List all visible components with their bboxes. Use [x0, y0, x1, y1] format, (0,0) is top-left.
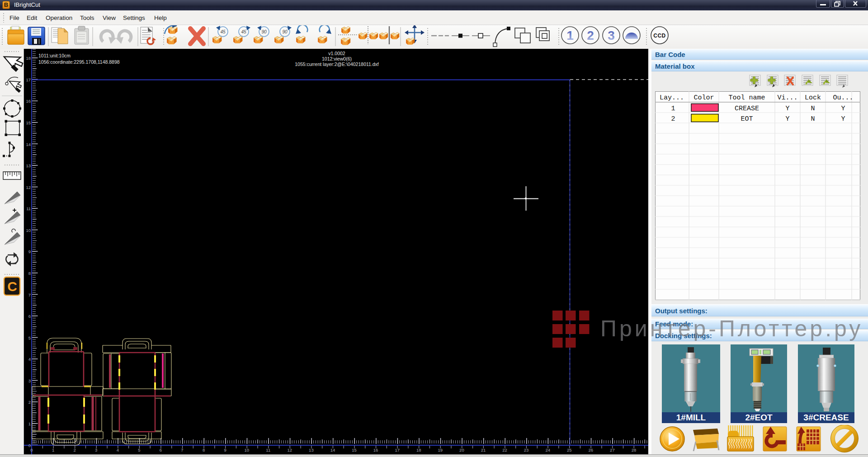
svg-text:18: 18: [416, 448, 421, 452]
svg-text:8: 8: [28, 271, 31, 276]
svg-text:2: 2: [73, 448, 75, 452]
svg-text:Y: Y: [841, 115, 845, 123]
svg-text:4: 4: [117, 448, 119, 452]
svg-text:10: 10: [26, 228, 31, 233]
svg-text:16: 16: [26, 99, 31, 104]
svg-text:23: 23: [524, 448, 529, 452]
svg-text:24: 24: [545, 448, 550, 452]
svg-text:2: 2: [671, 115, 675, 123]
svg-text:1: 1: [52, 448, 54, 452]
svg-text:Ou...: Ou...: [833, 94, 853, 102]
svg-text:21: 21: [481, 448, 486, 452]
svg-text:9: 9: [28, 249, 31, 254]
svg-text:CCD: CCD: [653, 33, 666, 39]
svg-text:17: 17: [26, 77, 31, 82]
svg-text:Lay...: Lay...: [660, 94, 684, 102]
svg-text:20: 20: [459, 448, 464, 452]
svg-text:15: 15: [352, 448, 357, 452]
svg-text:1055:current layer:2@E:\040218: 1055:current layer:2@E:\040218011.dxf: [295, 61, 379, 67]
svg-text:N: N: [811, 105, 815, 113]
svg-text:Tool name: Tool name: [728, 94, 765, 102]
svg-text:28: 28: [632, 448, 637, 452]
svg-text:1011:unit:10cm: 1011:unit:10cm: [38, 53, 71, 58]
svg-text:3: 3: [608, 28, 615, 42]
svg-text:Y: Y: [785, 105, 789, 113]
svg-text:5: 5: [28, 335, 31, 340]
svg-text:Y: Y: [841, 105, 845, 113]
svg-text:17: 17: [395, 448, 400, 452]
svg-text:9: 9: [224, 448, 226, 452]
svg-text:3: 3: [28, 378, 31, 383]
svg-text:10: 10: [244, 448, 249, 452]
svg-text:1: 1: [566, 28, 574, 42]
svg-text:1056:coordinate:2295.1708,1148: 1056:coordinate:2295.1708,1148.8898: [38, 59, 120, 65]
svg-text:5: 5: [138, 448, 140, 452]
svg-text:11: 11: [266, 448, 270, 452]
svg-text:v1.0002: v1.0002: [328, 51, 345, 56]
svg-text:C: C: [7, 279, 17, 294]
svg-text:8: 8: [203, 448, 205, 452]
svg-text:90: 90: [261, 29, 267, 34]
svg-text:2: 2: [587, 28, 594, 42]
svg-text:15: 15: [26, 120, 31, 125]
svg-text:13: 13: [309, 448, 314, 452]
svg-text:90: 90: [282, 29, 288, 34]
svg-text:2: 2: [28, 400, 31, 405]
svg-text:CREASE: CREASE: [735, 105, 759, 113]
svg-text:Vi...: Vi...: [777, 94, 797, 102]
svg-text:26: 26: [589, 448, 594, 452]
svg-text:4: 4: [28, 357, 31, 362]
svg-text:16: 16: [373, 448, 378, 452]
svg-text:1: 1: [28, 421, 31, 426]
svg-text:27: 27: [610, 448, 615, 452]
svg-text:13: 13: [26, 163, 31, 168]
svg-text:22: 22: [502, 448, 507, 452]
svg-text:EOT: EOT: [741, 115, 753, 123]
svg-text:19: 19: [438, 448, 443, 452]
svg-text:7: 7: [181, 448, 183, 452]
svg-text:45: 45: [220, 29, 226, 34]
svg-text:Y: Y: [785, 115, 789, 123]
svg-text:N: N: [811, 115, 815, 123]
svg-text:6: 6: [160, 448, 162, 452]
svg-text:25: 25: [567, 448, 572, 452]
svg-text:12: 12: [288, 448, 292, 452]
svg-text:0: 0: [30, 448, 33, 452]
svg-text:1012:view0(6): 1012:view0(6): [322, 56, 352, 61]
svg-text:Color: Color: [693, 94, 714, 102]
svg-text:14: 14: [330, 448, 335, 452]
svg-text:0: 0: [28, 443, 31, 448]
svg-text:45: 45: [241, 29, 246, 34]
svg-text:Lock: Lock: [805, 94, 821, 102]
svg-text:6: 6: [28, 314, 31, 319]
svg-text:3: 3: [95, 448, 97, 452]
svg-text:1: 1: [671, 105, 675, 113]
svg-text:14: 14: [26, 142, 31, 147]
svg-text:12: 12: [26, 185, 31, 190]
svg-text:18: 18: [26, 56, 31, 61]
svg-text:7: 7: [28, 292, 31, 297]
svg-text:11: 11: [26, 206, 31, 211]
